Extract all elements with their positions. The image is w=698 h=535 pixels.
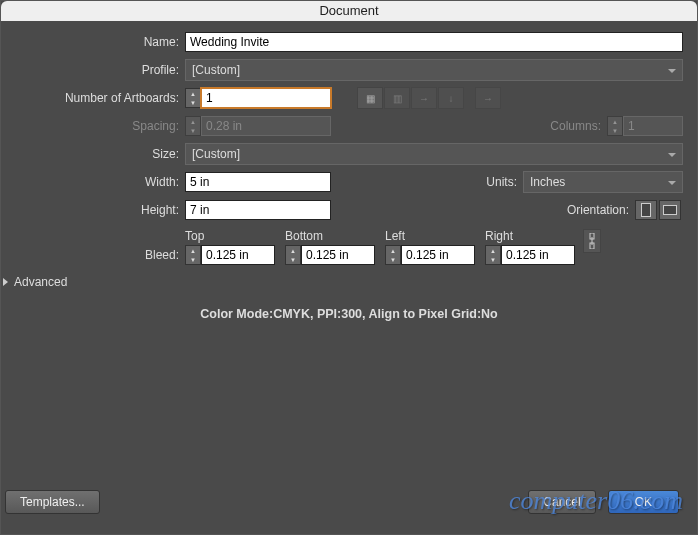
bleed-left-stepper[interactable]: ▲▼ <box>385 245 401 265</box>
width-label: Width: <box>1 175 179 189</box>
bleed-top-input[interactable] <box>201 245 275 265</box>
width-input[interactable] <box>185 172 331 192</box>
profile-select[interactable]: [Custom] <box>185 59 683 81</box>
bleed-bottom-stepper[interactable]: ▲▼ <box>285 245 301 265</box>
orientation-portrait-icon[interactable] <box>635 200 657 220</box>
bleed-left-label: Left <box>385 229 475 245</box>
units-value: Inches <box>530 175 565 189</box>
artboards-stepper[interactable]: ▲▼ <box>185 88 201 108</box>
size-value: [Custom] <box>192 147 240 161</box>
new-document-dialog: Document Name: Profile: [Custom] Number … <box>0 0 698 535</box>
ok-button[interactable]: OK <box>608 490 679 514</box>
units-select[interactable]: Inches <box>523 171 683 193</box>
columns-label: Columns: <box>550 119 607 133</box>
spacing-input <box>201 116 331 136</box>
advanced-toggle[interactable]: Advanced <box>1 267 697 289</box>
bleed-right-stepper[interactable]: ▲▼ <box>485 245 501 265</box>
advanced-label: Advanced <box>14 275 67 289</box>
bleed-right-label: Right <box>485 229 575 245</box>
svg-rect-3 <box>664 206 676 214</box>
dialog-title: Document <box>1 1 697 21</box>
orientation-landscape-icon[interactable] <box>659 200 681 220</box>
height-input[interactable] <box>185 200 331 220</box>
columns-input <box>623 116 683 136</box>
columns-stepper: ▲▼ <box>607 116 623 136</box>
bleed-link-icon[interactable] <box>583 229 601 253</box>
artboards-input[interactable] <box>201 88 331 108</box>
layout-single-icon[interactable]: → <box>475 87 501 109</box>
layout-row-right-icon[interactable]: → <box>411 87 437 109</box>
bleed-bottom-input[interactable] <box>301 245 375 265</box>
layout-grid-row-icon[interactable]: ▦ <box>357 87 383 109</box>
bleed-right-input[interactable] <box>501 245 575 265</box>
size-select[interactable]: [Custom] <box>185 143 683 165</box>
svg-rect-1 <box>642 204 650 216</box>
spacing-stepper: ▲▼ <box>185 116 201 136</box>
profile-label: Profile: <box>1 63 179 77</box>
artboards-label: Number of Artboards: <box>1 91 179 105</box>
settings-summary: Color Mode:CMYK, PPI:300, Align to Pixel… <box>1 307 697 321</box>
templates-button[interactable]: Templates... <box>5 490 100 514</box>
size-label: Size: <box>1 147 179 161</box>
spacing-label: Spacing: <box>1 119 179 133</box>
orientation-label: Orientation: <box>567 203 635 217</box>
cancel-button[interactable]: Cancel <box>528 490 595 514</box>
units-label: Units: <box>486 175 523 189</box>
layout-grid-col-icon[interactable]: ▥ <box>384 87 410 109</box>
profile-value: [Custom] <box>192 63 240 77</box>
layout-row-down-icon[interactable]: ↓ <box>438 87 464 109</box>
bleed-left-input[interactable] <box>401 245 475 265</box>
chevron-right-icon <box>3 278 8 286</box>
name-input[interactable] <box>185 32 683 52</box>
bleed-bottom-label: Bottom <box>285 229 375 245</box>
bleed-top-stepper[interactable]: ▲▼ <box>185 245 201 265</box>
bleed-label: Bleed: <box>1 248 179 265</box>
name-label: Name: <box>1 35 179 49</box>
bleed-top-label: Top <box>185 229 275 245</box>
height-label: Height: <box>1 203 179 217</box>
